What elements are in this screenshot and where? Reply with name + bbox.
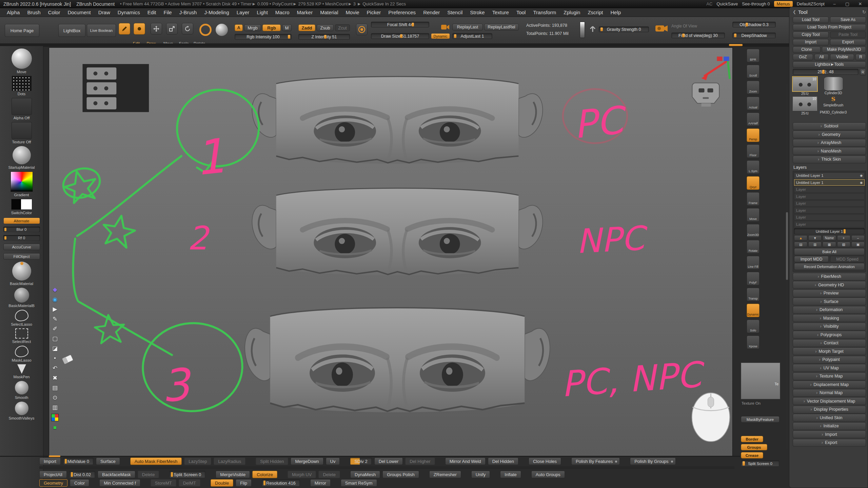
tool-thumb-simplebrush[interactable]: S: [829, 95, 838, 103]
bottom-bar-item[interactable]: Double: [211, 479, 233, 487]
tray-item[interactable]: Rf 0: [0, 234, 43, 241]
deepshadow-slider[interactable]: DeepShadow: [732, 33, 776, 38]
right-shelf-button[interactable]: Scroll: [747, 65, 760, 78]
tray-item[interactable]: Alternate: [0, 217, 43, 224]
scale-button[interactable]: Scale: [166, 23, 178, 43]
make-polymesh3d-button[interactable]: Make PolyMesh3D: [822, 46, 866, 53]
panel-collapse-icon[interactable]: ❮: [793, 9, 796, 14]
mdd-speed-button[interactable]: MDD Speed: [830, 256, 865, 262]
bottom-bar-item[interactable]: Unify: [471, 471, 490, 478]
tray-thumbnail[interactable]: [15, 381, 28, 394]
menu-item[interactable]: Draw: [95, 9, 114, 16]
bottom-bar-item[interactable]: Uv: [326, 458, 340, 465]
record-deformation-button[interactable]: Record Deformation Animation: [794, 263, 865, 270]
bottom-bar-item[interactable]: Mirror: [310, 479, 331, 487]
zsub-button[interactable]: Zsub: [317, 24, 334, 31]
bottom-bar-item[interactable]: Surface: [96, 458, 120, 465]
right-shelf-button[interactable]: Floor: [747, 144, 760, 158]
bottom-bar-item[interactable]: [248, 458, 253, 465]
right-shelf-button[interactable]: Xpose: [747, 336, 760, 349]
replay-last-rel-button[interactable]: ReplayLastRel: [484, 24, 519, 30]
layer-row[interactable]: Untitled Layer 1 ◉: [794, 179, 865, 186]
import-button[interactable]: Import: [793, 39, 829, 45]
bottom-bar-item[interactable]: Del Higher: [405, 458, 435, 465]
menu-item[interactable]: Zplugin: [560, 9, 584, 16]
tray-item[interactable]: SelectRect: [0, 328, 43, 344]
bottom-bar-item[interactable]: Geometry: [39, 479, 67, 487]
right-shelf-button[interactable]: Zoom: [747, 81, 760, 94]
tool-section[interactable]: Export: [793, 439, 866, 447]
tool-section[interactable]: Subtool: [793, 122, 866, 130]
tray-item[interactable]: AccuCurve: [0, 243, 43, 250]
tool-section[interactable]: Polypaint: [793, 356, 866, 364]
bottom-bar-item[interactable]: Auto Mask FiberMesh: [130, 458, 182, 465]
bottom-bar-item[interactable]: [342, 458, 348, 465]
bottom-bar-item[interactable]: ZRemesher: [429, 471, 461, 478]
brush-size-ring-icon[interactable]: [199, 24, 212, 36]
objshadow-slider[interactable]: ObjShadow 0.3: [732, 22, 776, 27]
menu-item[interactable]: Transform: [530, 9, 559, 16]
mrgb-button[interactable]: Mrgb: [244, 24, 261, 31]
tray-item[interactable]: Gradient: [0, 171, 43, 197]
menu-item[interactable]: Light: [253, 9, 271, 16]
gravity-strength-slider[interactable]: Gravity Strength 0: [599, 26, 649, 32]
tool-section[interactable]: Unified Skin: [793, 414, 866, 422]
alpha-channel-button[interactable]: A: [235, 24, 243, 31]
tray-thumbnail[interactable]: [12, 262, 31, 281]
bottom-bar-item[interactable]: [437, 458, 443, 465]
rotate-button[interactable]: Rotate: [182, 23, 194, 43]
tool-section[interactable]: Polygroups: [793, 331, 866, 339]
right-shelf-button[interactable]: PolyF: [747, 272, 760, 285]
tray-item[interactable]: Alpha Off: [0, 98, 43, 120]
sculpt-face-top[interactable]: [252, 77, 542, 164]
tool-section[interactable]: NanoMesh: [793, 147, 866, 155]
split-screen-slider[interactable]: Split Screen 0: [741, 460, 780, 467]
bottom-bar-item[interactable]: [143, 479, 148, 487]
tool-section[interactable]: Morph Target: [793, 347, 866, 355]
layer-name-button[interactable]: Name: [823, 235, 836, 241]
tool-thumb-current[interactable]: 10: [793, 77, 817, 91]
tray-thumbnail[interactable]: [12, 98, 32, 115]
goz-r-button[interactable]: R: [855, 54, 866, 60]
bottom-bar-item[interactable]: Delete: [318, 471, 340, 478]
tool-section[interactable]: Preview: [793, 289, 866, 297]
bottom-bar-item[interactable]: MergeVisible: [216, 471, 250, 478]
document-thumbnails[interactable]: [83, 64, 149, 112]
tool-section[interactable]: Surface: [793, 298, 866, 305]
right-shelf-button[interactable]: Qxyz: [747, 176, 760, 190]
tool-section[interactable]: Deformation: [793, 306, 866, 314]
right-shelf-button[interactable]: Zoom3D: [747, 224, 760, 238]
tool-section[interactable]: Vector Displacement Map: [793, 397, 866, 405]
bottom-bar-item[interactable]: Del Hidden: [488, 458, 518, 465]
bottom-bar-item[interactable]: Auto Groups: [531, 471, 565, 478]
bottom-bar-item[interactable]: LazyStep: [184, 458, 211, 465]
z-intensity-slider[interactable]: Z Intensity 51: [298, 34, 350, 40]
layer-delete-icon[interactable]: –: [851, 235, 865, 241]
fov-slider[interactable]: Field of view(deg) 30: [671, 33, 725, 38]
palette-icon[interactable]: ▦: [51, 414, 59, 421]
copy-tool-button[interactable]: Copy Tool: [793, 32, 829, 38]
sculpt-face-bottom[interactable]: [245, 308, 550, 412]
rotate-icon[interactable]: [182, 23, 193, 35]
menu-item[interactable]: Edit: [144, 9, 160, 16]
layer-new-icon[interactable]: +: [837, 235, 850, 241]
panel-refresh-icon[interactable]: ↻: [862, 9, 866, 15]
tray-item[interactable]: Blur 0: [0, 226, 43, 232]
camera-icon[interactable]: ⊙: [51, 393, 59, 402]
tray-item[interactable]: MaskPen: [0, 364, 43, 379]
size-dot-icon[interactable]: •: [51, 354, 59, 363]
tool-section[interactable]: Geometry HD: [793, 281, 866, 289]
tray-item[interactable]: Move: [0, 48, 43, 74]
bake-all-button[interactable]: Bake All: [794, 248, 865, 255]
right-shelf-button[interactable]: Move: [747, 208, 760, 222]
export-button[interactable]: Export: [830, 39, 866, 45]
layer-row[interactable]: Layer ◉: [794, 207, 865, 214]
bottom-bar-item[interactable]: [302, 479, 308, 487]
bottom-bar-item[interactable]: [421, 471, 427, 478]
tray-thumbnail[interactable]: [12, 122, 32, 139]
tray-item[interactable]: SwitchColor: [0, 199, 43, 215]
goz-button[interactable]: GoZ: [793, 54, 813, 60]
menu-item[interactable]: File: [160, 9, 175, 16]
bottom-bar-item[interactable]: Resolution 416: [262, 479, 300, 487]
lightbox-tools-button[interactable]: Lightbox►Tools: [793, 61, 866, 68]
